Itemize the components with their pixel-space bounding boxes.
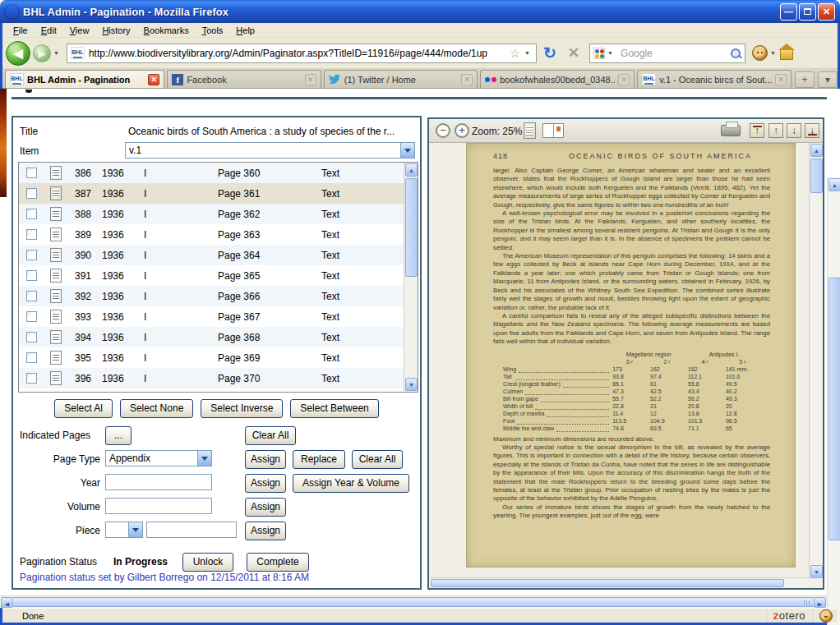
scroll-up-icon[interactable]: ▲ [828, 178, 840, 191]
table-row[interactable]: 3951936IPage 369Text [19, 347, 418, 368]
table-row[interactable]: 3891936IPage 363Text [19, 224, 418, 245]
page-scrollbar-thumb[interactable] [828, 278, 840, 540]
search-engine-dropdown-icon[interactable]: ▼ [605, 50, 616, 56]
volume-field[interactable] [105, 498, 212, 514]
row-checkbox[interactable] [26, 209, 37, 219]
table-row[interactable]: 3861936IPage 360Text [19, 163, 418, 183]
complete-button[interactable]: Complete [247, 553, 309, 572]
scroll-up-icon[interactable]: ▲ [810, 144, 823, 157]
tab-facebook[interactable]: f Facebook ✕ [167, 70, 321, 88]
tab-bhl-admin[interactable]: BHL BHL Admin - Pagination ✕ [5, 70, 164, 88]
indicated-pages-browse-button[interactable]: ... [105, 426, 132, 445]
assign-volume-button[interactable]: Assign [245, 498, 286, 517]
chevron-down-icon[interactable] [197, 451, 211, 466]
table-row[interactable]: 3921936IPage 366Text [19, 286, 418, 306]
list-scrollbar-thumb[interactable] [405, 178, 418, 277]
print-button[interactable] [721, 125, 741, 136]
table-row-selected[interactable]: 3871936IPage 361Text [19, 183, 418, 204]
row-checkbox[interactable] [26, 188, 37, 199]
tab-close-icon[interactable]: ✕ [618, 74, 630, 85]
row-checkbox[interactable] [26, 332, 37, 342]
clear-all-indicated-button[interactable]: Clear All [245, 426, 296, 445]
tab-label[interactable]: (1) Twitter / Home [344, 75, 458, 85]
chevron-down-icon[interactable] [400, 143, 414, 158]
monkey-addon-icon[interactable] [819, 609, 833, 623]
select-all-button[interactable]: Select Al [54, 399, 113, 418]
one-page-view-button[interactable] [524, 122, 536, 139]
page-type-select[interactable]: Appendix [105, 450, 212, 466]
viewer-horizontal-scrollbar[interactable] [429, 577, 809, 588]
select-inverse-button[interactable]: Select Inverse [201, 399, 283, 418]
assign-year-button[interactable]: Assign [245, 474, 286, 493]
select-none-button[interactable]: Select None [120, 399, 193, 418]
tab-close-icon[interactable]: ✕ [305, 74, 316, 85]
menu-bookmarks[interactable]: Bookmarks [138, 24, 195, 37]
tab-label[interactable]: BHL Admin - Pagination [27, 75, 145, 85]
clear-all-page-type-button[interactable]: Clear All [352, 450, 403, 469]
table-row[interactable]: 3911936IPage 365Text [19, 265, 418, 286]
row-checkbox[interactable] [26, 250, 37, 260]
page-vertical-scrollbar[interactable]: ▲ ▼ [827, 177, 840, 625]
assign-year-volume-button[interactable]: Assign Year & Volume [293, 474, 409, 493]
menu-history[interactable]: History [96, 24, 136, 37]
row-checkbox[interactable] [26, 168, 37, 178]
assign-piece-button[interactable]: Assign [245, 522, 286, 540]
row-checkbox[interactable] [26, 373, 37, 384]
url-dropdown-icon[interactable]: ▼ [522, 50, 533, 56]
viewer-hscrollbar-thumb[interactable] [431, 579, 784, 587]
scroll-down-icon[interactable]: ▼ [405, 378, 418, 391]
tab-bhl-viewer[interactable]: BHL v.1 - Oceanic bircs of Sout... ✕ [637, 70, 792, 88]
tab-label[interactable]: Facebook [187, 75, 301, 85]
page-hscrollbar-thumb[interactable] [12, 597, 815, 607]
greasemonkey-icon[interactable] [752, 45, 768, 61]
close-button[interactable]: ✕ [818, 3, 835, 21]
list-scrollbar[interactable]: ▲ ▼ [404, 163, 418, 392]
zoom-in-button[interactable]: + [455, 123, 469, 138]
replace-button[interactable]: Replace [293, 450, 345, 469]
row-checkbox[interactable] [26, 291, 37, 301]
addon-dropdown-icon[interactable]: ▼ [768, 50, 778, 56]
table-row[interactable]: 3901936IPage 364Text [19, 245, 418, 265]
item-select[interactable]: v.1 [125, 142, 415, 159]
new-tab-button[interactable]: + [795, 71, 815, 88]
scroll-right-icon[interactable]: ▶ [814, 597, 826, 608]
row-checkbox[interactable] [26, 229, 37, 240]
year-field[interactable] [105, 474, 212, 490]
tab-label[interactable]: bookofwhales00bedd_0348... [500, 75, 615, 85]
table-row[interactable]: 3881936IPage 362Text [19, 204, 418, 224]
search-box[interactable]: ▼ Google [589, 44, 745, 63]
two-page-view-button[interactable] [542, 123, 564, 138]
unlock-button[interactable]: Unlock [182, 553, 233, 572]
next-page-button[interactable]: ↓ [787, 123, 801, 138]
menu-file[interactable]: File [7, 24, 34, 37]
menu-edit[interactable]: Edit [35, 24, 62, 37]
search-input[interactable]: Google [621, 48, 730, 59]
stop-icon[interactable]: ✕ [563, 44, 584, 62]
zoom-out-button[interactable]: − [436, 123, 450, 138]
piece-select[interactable] [105, 522, 143, 538]
bookmark-star-icon[interactable]: ☆ [508, 47, 522, 60]
go-to-top-button[interactable]: ↑ [750, 123, 764, 138]
page-horizontal-scrollbar[interactable]: ◀ ▶ [0, 595, 827, 608]
previous-page-button[interactable]: ↑ [768, 123, 783, 138]
table-row[interactable]: 3931936IPage 367Text [19, 306, 418, 327]
reload-icon[interactable]: ↻ [537, 44, 563, 62]
row-checkbox[interactable] [26, 270, 37, 281]
minimize-button[interactable]: — [780, 3, 797, 21]
tab-label[interactable]: v.1 - Oceanic bircs of Sout... [659, 75, 772, 85]
assign-page-type-button[interactable]: Assign [245, 450, 286, 469]
menu-view[interactable]: View [64, 24, 95, 37]
menu-tools[interactable]: Tools [196, 24, 229, 37]
zotero-button[interactable]: zzoterootero [773, 609, 809, 622]
url-bar[interactable]: BHL http://www.biodiversitylibrary.org/A… [67, 44, 537, 63]
tab-close-icon[interactable]: ✕ [461, 74, 473, 85]
tab-twitter[interactable]: (1) Twitter / Home ✕ [324, 70, 478, 88]
history-dropdown-icon[interactable]: ▼ [51, 50, 62, 56]
viewer-scrollbar-thumb[interactable] [810, 159, 823, 193]
scroll-up-icon[interactable]: ▲ [405, 163, 418, 177]
chevron-down-icon[interactable] [128, 522, 142, 537]
tab-close-icon[interactable]: ✕ [775, 74, 787, 85]
select-between-button[interactable]: Select Between [290, 399, 378, 418]
piece-field[interactable] [146, 522, 237, 538]
google-icon[interactable] [593, 48, 605, 59]
